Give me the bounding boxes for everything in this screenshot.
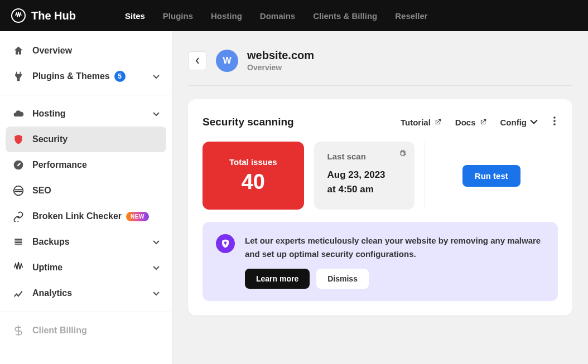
svg-point-2 [553,123,556,125]
backup-icon [12,236,25,248]
sidebar-item-uptime[interactable]: Uptime [0,255,172,280]
topbar: The Hub SitesPluginsHostingDomainsClient… [0,0,588,31]
sidebar-item-broken-link-checker[interactable]: Broken Link CheckerNEW [0,203,172,229]
sidebar-item-hosting[interactable]: Hosting [0,101,172,127]
sidebar-label: Overview [32,46,72,56]
last-scan-box: Last scan Aug 23, 2023 at 4:50 am [314,142,415,210]
promo-shield-icon [216,234,235,253]
new-badge: NEW [126,212,149,221]
promo-text: Let our experts meticulously clean your … [245,234,544,261]
sidebar: OverviewPlugins & Themes5HostingSecurity… [0,31,172,364]
more-vertical-icon [553,116,556,126]
sidebar-item-plugins-themes[interactable]: Plugins & Themes5 [0,64,172,89]
site-avatar: W [216,50,238,72]
sidebar-label: SEO [32,186,51,196]
total-issues-box: Total issues 40 [203,142,304,210]
count-badge: 5 [114,71,126,82]
cloud-icon [12,108,25,120]
issues-count: 40 [229,170,277,194]
plug-icon [12,70,25,82]
brand-logo[interactable]: The Hub [11,8,76,23]
sidebar-label: Broken Link Checker [32,211,122,221]
chevron-down-icon [530,118,538,126]
sidebar-label: Hosting [32,109,66,119]
dismiss-button[interactable]: Dismiss [316,269,369,289]
link-icon [12,210,25,222]
scan-settings-button[interactable] [398,149,407,160]
sidebar-item-client-billing[interactable]: Client Billing [0,318,172,343]
sidebar-label: Performance [32,160,87,170]
uptime-icon [12,261,25,274]
chevron-down-icon [153,263,160,273]
breadcrumb: Overview [247,63,314,72]
tutorial-link[interactable]: Tutorial [401,118,442,127]
last-scan-label: Last scan [327,152,401,161]
sidebar-label: Uptime [32,263,62,273]
topnav-hosting[interactable]: Hosting [211,11,242,21]
sidebar-item-performance[interactable]: Performance [0,152,172,178]
shield-icon [12,133,25,145]
card-header: Security scanning Tutorial Docs Config [203,114,558,130]
topnav-domains[interactable]: Domains [260,11,295,21]
sidebar-label: Backups [32,237,70,247]
chevron-down-icon [153,71,160,81]
external-link-icon [434,118,442,126]
run-test-container: Run test [425,142,558,210]
sidebar-label: Client Billing [32,326,87,336]
page-header: W website.com Overview [188,49,572,86]
card-title: Security scanning [203,116,401,128]
topnav-plugins[interactable]: Plugins [163,11,193,21]
brand-name: The Hub [31,9,76,22]
sidebar-item-overview[interactable]: Overview [0,38,172,64]
sidebar-item-security[interactable]: Security [6,127,166,152]
chevron-left-icon [195,57,200,64]
topnav-reseller[interactable]: Reseller [395,11,427,21]
topnav-sites[interactable]: Sites [125,11,145,21]
main-content: W website.com Overview Security scanning… [172,31,588,364]
sidebar-label: Plugins & Themes [32,71,110,81]
more-menu-button[interactable] [551,114,558,130]
learn-more-button[interactable]: Learn more [245,269,310,289]
topnav-clients-billing[interactable]: Clients & Billing [313,11,377,21]
gauge-icon [12,159,25,171]
sidebar-item-analytics[interactable]: Analytics [0,280,172,306]
chevron-down-icon [153,237,160,247]
config-dropdown[interactable]: Config [500,118,538,127]
sidebar-item-seo[interactable]: SEO [0,178,172,203]
svg-point-0 [553,117,556,119]
external-link-icon [479,118,487,126]
sidebar-item-backups[interactable]: Backups [0,229,172,255]
analytics-icon [12,287,25,299]
sidebar-label: Analytics [32,288,72,298]
chevron-down-icon [153,109,160,119]
card-actions: Tutorial Docs Config [401,114,558,130]
back-button[interactable] [188,51,207,70]
chevron-down-icon [153,288,160,298]
logo-mark-icon [11,8,26,23]
dollar-icon [12,324,25,337]
topnav: SitesPluginsHostingDomainsClients & Bill… [125,11,428,21]
sidebar-label: Security [32,134,68,144]
home-icon [12,45,25,57]
svg-point-1 [553,120,556,122]
stats-row: Total issues 40 Last scan Aug 23, 2023 a… [203,142,558,210]
docs-link[interactable]: Docs [455,118,487,127]
gear-icon [398,149,407,158]
last-scan-value: Aug 23, 2023 at 4:50 am [327,168,401,196]
site-title: website.com [247,49,314,62]
security-card: Security scanning Tutorial Docs Config [188,99,572,316]
seo-icon [12,185,25,197]
promo-banner: Let our experts meticulously clean your … [203,222,558,301]
issues-label: Total issues [229,157,277,167]
run-test-button[interactable]: Run test [462,165,520,187]
